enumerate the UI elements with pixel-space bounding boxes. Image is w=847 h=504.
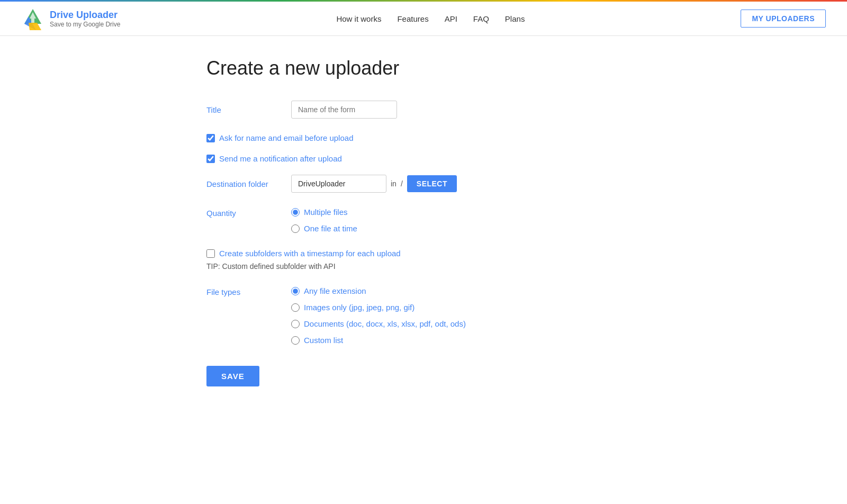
- main-content: Create a new uploader Title Ask for name…: [185, 57, 662, 386]
- nav-features[interactable]: Features: [397, 14, 428, 23]
- notification-row: Send me a notification after upload: [206, 154, 641, 163]
- file-types-section: File types Any file extension Images onl…: [206, 286, 641, 345]
- one-file-label[interactable]: One file at time: [304, 224, 357, 233]
- svg-marker-2: [29, 23, 41, 30]
- custom-list-label[interactable]: Custom list: [304, 336, 343, 345]
- page-title: Create a new uploader: [206, 57, 641, 79]
- logo-text: Drive Uploader Save to my Google Drive: [50, 10, 120, 28]
- multiple-files-radio[interactable]: [291, 208, 300, 217]
- notification-label[interactable]: Send me a notification after upload: [219, 154, 342, 163]
- one-file-row: One file at time: [291, 224, 357, 233]
- file-types-group: Any file extension Images only (jpg, jpe…: [291, 286, 466, 345]
- custom-list-row: Custom list: [291, 336, 466, 345]
- in-text: in: [391, 179, 397, 188]
- save-button[interactable]: SAVE: [206, 366, 259, 386]
- documents-radio[interactable]: [291, 320, 300, 328]
- multiple-files-row: Multiple files: [291, 208, 357, 217]
- main-nav: How it works Features API FAQ Plans: [336, 14, 525, 23]
- destination-label: Destination folder: [206, 179, 291, 188]
- create-subfolders-checkbox[interactable]: [206, 249, 215, 258]
- logo-subtitle: Save to my Google Drive: [50, 21, 120, 28]
- title-label: Title: [206, 105, 291, 114]
- ask-name-email-label[interactable]: Ask for name and email before upload: [219, 133, 353, 142]
- tip-text: TIP: Custom defined subfolder with API: [206, 262, 641, 271]
- images-only-label[interactable]: Images only (jpg, jpeg, png, gif): [304, 303, 415, 312]
- documents-label[interactable]: Documents (doc, docx, xls, xlsx, pdf, od…: [304, 319, 466, 328]
- notification-checkbox[interactable]: [206, 155, 215, 163]
- destination-row: Destination folder in / SELECT: [206, 175, 641, 193]
- title-input[interactable]: [291, 101, 397, 119]
- quantity-section: Quantity Multiple files One file at time: [206, 208, 641, 233]
- nav-api[interactable]: API: [445, 14, 457, 23]
- any-file-row: Any file extension: [291, 286, 466, 295]
- quantity-label: Quantity: [206, 208, 291, 218]
- ask-name-email-checkbox[interactable]: [206, 134, 215, 142]
- logo-title: Drive Uploader: [50, 10, 120, 21]
- ask-name-email-row: Ask for name and email before upload: [206, 133, 641, 142]
- subfolders-label[interactable]: Create subfolders with a timestamp for e…: [219, 249, 401, 258]
- my-uploaders-button[interactable]: MY UPLOADERS: [741, 10, 826, 28]
- multiple-files-label[interactable]: Multiple files: [304, 208, 348, 217]
- nav-plans[interactable]: Plans: [505, 14, 525, 23]
- images-only-radio[interactable]: [291, 303, 300, 312]
- any-file-radio[interactable]: [291, 287, 300, 295]
- slash-separator: /: [401, 179, 403, 188]
- subfolder-section: Create subfolders with a timestamp for e…: [206, 249, 641, 271]
- documents-row: Documents (doc, docx, xls, xlsx, pdf, od…: [291, 319, 466, 328]
- any-file-label[interactable]: Any file extension: [304, 286, 366, 295]
- select-folder-button[interactable]: SELECT: [407, 175, 457, 192]
- destination-input[interactable]: [291, 175, 386, 193]
- file-types-label: File types: [206, 286, 291, 296]
- one-file-radio[interactable]: [291, 224, 300, 233]
- quantity-radio-group: Multiple files One file at time: [291, 208, 357, 233]
- nav-faq[interactable]: FAQ: [473, 14, 489, 23]
- logo-icon: [21, 7, 44, 30]
- subfolder-checkbox-row: Create subfolders with a timestamp for e…: [206, 249, 641, 258]
- svg-rect-4: [31, 19, 34, 23]
- nav-how-it-works[interactable]: How it works: [336, 14, 381, 23]
- custom-list-radio[interactable]: [291, 336, 300, 345]
- images-only-row: Images only (jpg, jpeg, png, gif): [291, 303, 466, 312]
- title-row: Title: [206, 101, 641, 119]
- logo-area: Drive Uploader Save to my Google Drive: [21, 7, 120, 30]
- topbar: Drive Uploader Save to my Google Drive H…: [0, 2, 847, 36]
